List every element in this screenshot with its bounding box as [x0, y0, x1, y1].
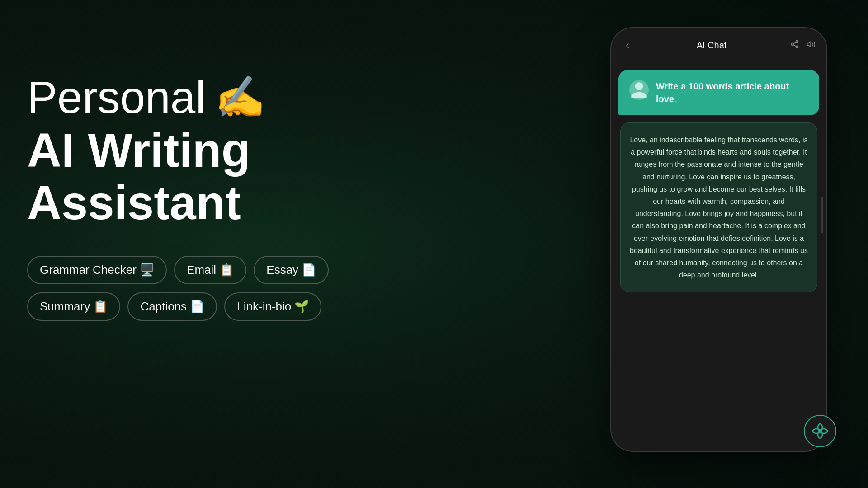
logo-badge	[804, 415, 836, 447]
grammar-checker-label: Grammar Checker 🖥️	[40, 263, 154, 277]
svg-line-4	[793, 42, 796, 43]
tag-summary[interactable]: Summary 📋	[27, 292, 120, 321]
back-button[interactable]: ‹	[622, 37, 633, 53]
headline-personal: Personal ✍️	[27, 72, 398, 122]
ai-response-text: Love, an indescribable feeling that tran…	[630, 134, 808, 281]
phone-header-icons	[790, 40, 816, 51]
tag-email[interactable]: Email 📋	[174, 256, 246, 284]
user-avatar	[629, 80, 649, 100]
user-message-text: Write a 100 words article about love.	[656, 80, 808, 105]
tag-essay[interactable]: Essay 📄	[254, 256, 329, 284]
tag-captions[interactable]: Captions 📄	[127, 292, 217, 321]
ai-response-bubble: Love, an indescribable feeling that tran…	[620, 122, 817, 292]
headline-personal-text: Personal	[27, 72, 206, 122]
svg-marker-5	[807, 42, 811, 47]
essay-label: Essay 📄	[266, 263, 316, 277]
share-icon[interactable]	[790, 40, 799, 51]
svg-point-0	[796, 40, 798, 42]
left-section: Personal ✍️ AI Writing Assistant Grammar…	[27, 72, 398, 321]
email-label: Email 📋	[187, 263, 234, 277]
phone-header: ‹ AI Chat	[611, 28, 826, 61]
summary-label: Summary 📋	[40, 300, 108, 314]
phone-mockup: ‹ AI Chat	[610, 27, 827, 452]
link-in-bio-label: Link-in-bio 🌱	[237, 300, 309, 314]
svg-point-2	[796, 46, 798, 48]
svg-line-3	[793, 45, 796, 46]
tags-row2: Summary 📋 Captions 📄 Link-in-bio 🌱	[27, 292, 398, 321]
volume-icon[interactable]	[807, 40, 816, 51]
headline-ai: AI Writing Assistant	[27, 124, 398, 229]
tag-link-in-bio[interactable]: Link-in-bio 🌱	[224, 292, 321, 321]
tags-row1: Grammar Checker 🖥️ Email 📋 Essay 📄	[27, 256, 398, 284]
scroll-indicator	[821, 197, 823, 233]
svg-point-1	[791, 43, 793, 45]
captions-label: Captions 📄	[140, 300, 204, 314]
pen-emoji: ✍️	[215, 75, 265, 120]
user-message-bubble: Write a 100 words article about love.	[618, 70, 819, 115]
phone-body: Write a 100 words article about love. Lo…	[611, 61, 826, 301]
tag-grammar-checker[interactable]: Grammar Checker 🖥️	[27, 256, 167, 284]
phone-title: AI Chat	[697, 40, 727, 51]
logo-icon	[810, 421, 830, 441]
svg-point-10	[819, 430, 821, 432]
